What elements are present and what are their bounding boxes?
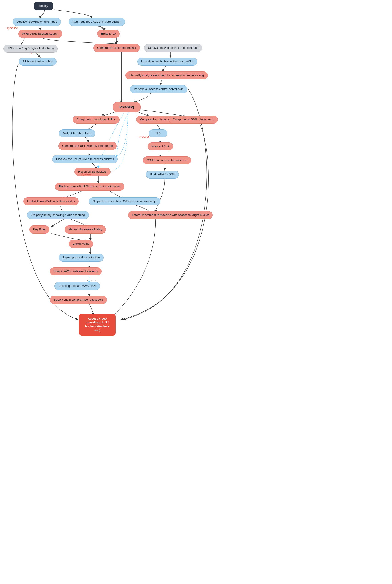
- node-compromise-url: Compromise URL within N time period: [58, 142, 117, 150]
- node-single-tenant: Use single tenant AWS HSM: [54, 282, 100, 290]
- node-lockdown-web: Lock down web client with creds / ACLs: [137, 58, 197, 66]
- node-supply-chain: Supply chain compromise (backdoor): [50, 296, 107, 304]
- node-compromise-presigned: Compromise presigned URLs: [73, 116, 120, 124]
- node-compromise-creds: Compromise user credentials: [93, 44, 140, 52]
- yolosec-label-pink: #yolosec: [139, 135, 150, 138]
- node-find-systems: Find systems with R/W access to target b…: [55, 183, 124, 191]
- node-compromise-aws-admin: Compromise AWS admin creds: [169, 116, 218, 124]
- arrows-svg: [0, 0, 392, 584]
- node-recon-s3: Recon on S3 buckets: [74, 168, 110, 176]
- node-perform-access: Perform all access control server-side: [130, 85, 188, 93]
- node-lib-checking: 3rd party library checking / vuln scanni…: [27, 211, 89, 219]
- diagram: Reality Disallow crawling on site maps A…: [0, 0, 392, 584]
- node-disallow-urls: Disallow the use of URLs to access bucke…: [52, 155, 118, 163]
- node-disallow-crawling: Disallow crawling on site maps: [12, 18, 61, 26]
- node-0day-aws: 0day in AWS multitenant systems: [50, 267, 102, 275]
- node-exploit-3rd: Exploit known 3rd party library vulns: [23, 197, 79, 205]
- node-s3-public: S3 bucket set to public: [19, 58, 56, 66]
- node-no-public: No public system has R/W access (interna…: [89, 197, 160, 205]
- node-aws-public: AWS public buckets search: [18, 30, 62, 38]
- node-intercept-2fa: Intercept 2FA: [148, 142, 173, 150]
- yolosec-label-3: #yolosec: [81, 173, 92, 176]
- node-access-video: Access video recordings in S3 bucket (at…: [79, 314, 116, 336]
- node-phishing: Phishing: [113, 102, 140, 112]
- node-auth-required: Auth required / ACLs (private bucket): [69, 18, 125, 26]
- node-manually-analyze: Manually analyze web client for access c…: [126, 72, 208, 80]
- yolosec-label-1: #yolosec: [7, 27, 18, 30]
- node-ssh-machine: SSH to an accessible machine: [143, 156, 191, 164]
- node-api-cache: API cache (e.g. Wayback Machine): [4, 45, 58, 53]
- node-buy-0day: Buy 0day: [29, 226, 50, 234]
- node-exploit-vulns: Exploit vulns: [69, 240, 93, 248]
- node-ip-allowlist: IP allowlist for SSH: [146, 171, 179, 179]
- node-make-url-short: Make URL short lived: [59, 129, 95, 137]
- node-subsystem: Subsystem with access to bucket data: [144, 44, 202, 52]
- node-manual-0day: Manual discovery of 0day: [64, 226, 106, 234]
- node-2fa: 2FA: [149, 129, 167, 137]
- node-lateral-movement: Lateral movement to machine with access …: [128, 211, 212, 219]
- node-exploit-prevention: Exploit prevention/ detection: [58, 254, 104, 262]
- node-reality: Reality: [34, 2, 53, 10]
- node-brute-force: Brute force: [97, 30, 120, 38]
